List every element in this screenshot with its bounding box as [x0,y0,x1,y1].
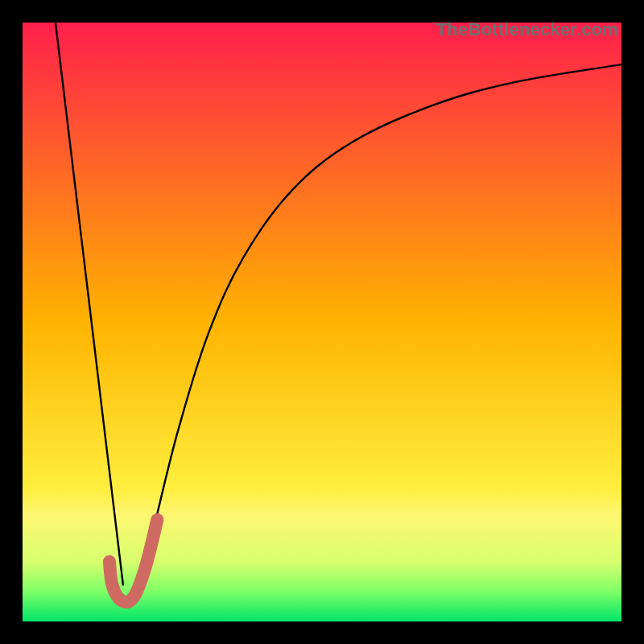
chart-frame: TheBottlenecker.com [0,0,644,644]
gradient-background [23,23,621,621]
plot-area: TheBottlenecker.com [23,23,621,621]
chart-svg [23,23,621,621]
